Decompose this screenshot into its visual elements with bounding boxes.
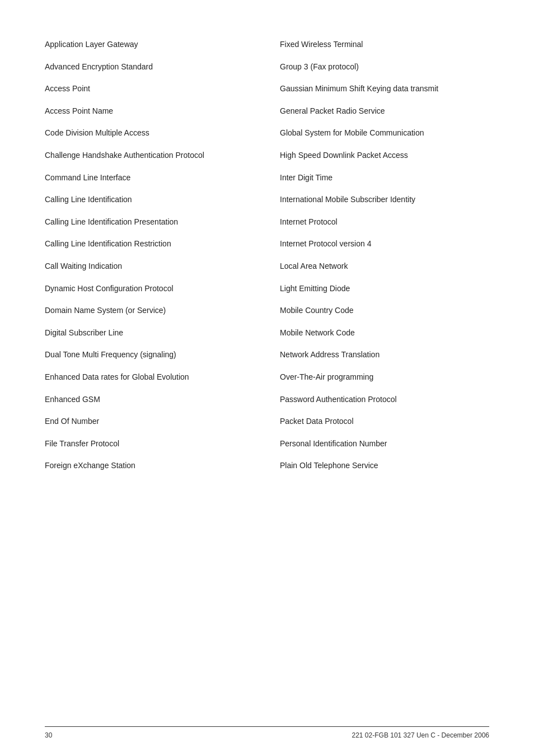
list-item: Advanced Encryption Standard [45,56,257,78]
left-column: Application Layer GatewayAdvanced Encryp… [45,34,257,477]
list-item: International Mobile Subscriber Identity [280,189,489,211]
page-container: Application Layer GatewayAdvanced Encryp… [0,0,534,756]
list-item: General Packet Radio Service [280,100,489,123]
list-item: Calling Line Identification [45,189,257,211]
right-column: Fixed Wireless TerminalGroup 3 (Fax prot… [280,34,489,477]
list-item: Call Waiting Indication [45,255,257,278]
list-item: Global System for Mobile Communication [280,122,489,144]
list-item: Internet Protocol [280,211,489,234]
list-item: Password Authentication Protocol [280,389,489,411]
list-item: Enhanced GSM [45,389,257,411]
list-item: Calling Line Identification Restriction [45,233,257,255]
list-item: Application Layer Gateway [45,34,257,56]
list-item: Over-The-Air programming [280,366,489,389]
list-item: Packet Data Protocol [280,410,489,433]
list-item: Foreign eXchange Station [45,455,257,477]
list-item: Light Emitting Diode [280,278,489,300]
list-item: Calling Line Identification Presentation [45,211,257,234]
page-number: 30 [45,731,52,739]
list-item: Domain Name System (or Service) [45,300,257,322]
list-item: Network Address Translation [280,344,489,366]
list-item: Challenge Handshake Authentication Proto… [45,144,257,167]
list-item: Command Line Interface [45,167,257,189]
list-item: File Transfer Protocol [45,433,257,455]
list-item: Access Point Name [45,100,257,123]
list-item: Local Area Network [280,255,489,278]
list-item: Plain Old Telephone Service [280,455,489,477]
content-columns: Application Layer GatewayAdvanced Encryp… [45,34,489,477]
list-item: Internet Protocol version 4 [280,233,489,255]
list-item: Mobile Country Code [280,300,489,322]
list-item: Personal Identification Number [280,433,489,455]
list-item: Fixed Wireless Terminal [280,34,489,56]
list-item: Gaussian Minimum Shift Keying data trans… [280,78,489,100]
list-item: End Of Number [45,410,257,433]
list-item: Access Point [45,78,257,100]
list-item: Mobile Network Code [280,322,489,344]
document-ref: 221 02-FGB 101 327 Uen C - December 2006 [352,731,489,739]
list-item: Dynamic Host Configuration Protocol [45,278,257,300]
footer: 30 221 02-FGB 101 327 Uen C - December 2… [45,726,489,739]
list-item: High Speed Downlink Packet Access [280,144,489,167]
list-item: Group 3 (Fax protocol) [280,56,489,78]
list-item: Digital Subscriber Line [45,322,257,344]
list-item: Enhanced Data rates for Global Evolution [45,366,257,389]
list-item: Inter Digit Time [280,167,489,189]
list-item: Code Division Multiple Access [45,122,257,144]
list-item: Dual Tone Multi Frequency (signaling) [45,344,257,366]
